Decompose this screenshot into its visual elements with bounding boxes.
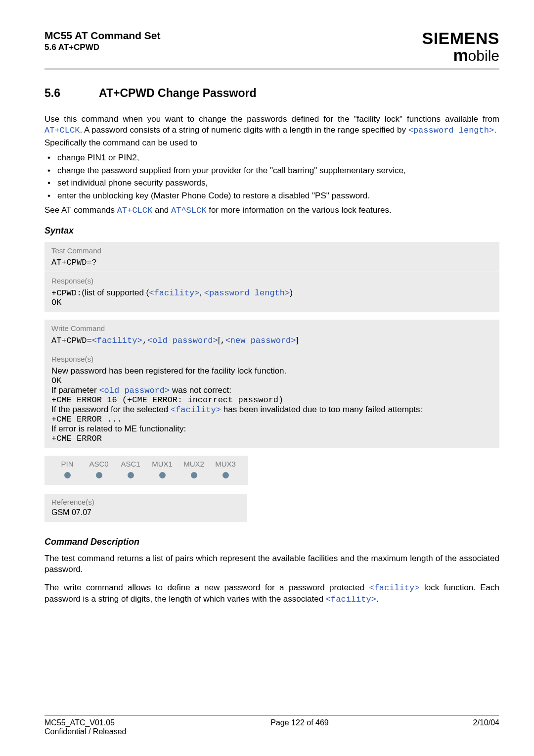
comma2: , — [220, 336, 225, 345]
dot-icon — [159, 472, 166, 478]
p2c: . — [376, 594, 379, 604]
resp-prefix: +CPWD: — [51, 288, 82, 298]
test-cmd-section: Test Command AT+CPWD=? — [44, 242, 499, 272]
r5b: has been invalidated due to too many fai… — [221, 405, 422, 414]
p2a: The write command allows to define a new… — [44, 583, 369, 592]
dot-cell — [51, 468, 83, 480]
resp-line: +CME ERROR — [51, 434, 492, 443]
reference-box: Reference(s) GSM 07.07 — [44, 494, 247, 522]
header-rule — [44, 68, 499, 70]
link-password-length-2[interactable]: <password length> — [204, 288, 290, 298]
section-title: AT+CPWD Change Password — [99, 87, 256, 99]
syntax-test-box: Test Command AT+CPWD=? Response(s) +CPWD… — [44, 242, 499, 312]
test-command-label: Test Command — [51, 246, 492, 255]
dot-icon — [96, 472, 102, 478]
intro-p2: Specifically the command can be used to — [44, 138, 499, 148]
write-resp-section: Response(s) New password has been regist… — [44, 350, 499, 448]
link-facility-3[interactable]: <facility> — [171, 405, 221, 415]
intro-p3a: See AT commands — [44, 205, 117, 215]
doc-subtitle: 5.6 AT+CPWD — [44, 43, 161, 52]
mobile-rest: obile — [468, 47, 499, 64]
section-number: 5.6 — [44, 87, 99, 100]
response-label-2: Response(s) — [51, 355, 492, 363]
siemens-logo: SIEMENS — [422, 30, 499, 47]
header-logo: SIEMENS mobile — [422, 30, 499, 65]
intro-p3b: and — [152, 205, 171, 215]
reference-value: GSM 07.07 — [51, 508, 240, 517]
bracket-close: ] — [296, 335, 298, 345]
command-description-heading: Command Description — [44, 537, 499, 547]
ok-text: OK — [51, 298, 492, 307]
page-root: MC55 AT Command Set 5.6 AT+CPWD SIEMENS … — [0, 0, 534, 756]
doc-title: MC55 AT Command Set — [44, 30, 161, 42]
intro-p3c: for more information on the various lock… — [206, 205, 391, 215]
write-prefix: AT+CPWD= — [51, 336, 92, 345]
link-old-password-2[interactable]: <old password> — [99, 386, 170, 395]
pin-header: MUX1 — [146, 460, 178, 468]
pin-dot-row — [51, 468, 241, 480]
link-facility-4[interactable]: <facility> — [369, 583, 419, 593]
link-facility-5[interactable]: <facility> — [326, 595, 376, 604]
link-atclck[interactable]: AT+CLCK — [44, 126, 80, 135]
resp-ok: OK — [51, 376, 492, 385]
resp-line: New password has been registered for the… — [51, 366, 492, 376]
link-atslck[interactable]: AT^SLCK — [171, 206, 206, 215]
footer-right: 2/10/04 — [473, 718, 499, 736]
intro-p1c: . — [494, 125, 496, 135]
test-resp-section: Response(s) +CPWD:(list of supported (<f… — [44, 272, 499, 312]
footer-confidential: Confidential / Released — [44, 727, 126, 736]
resp-line: If error is related to ME functionality: — [51, 424, 492, 434]
link-atclck-2[interactable]: AT+CLCK — [117, 206, 152, 215]
intro-p3: See AT commands AT+CLCK and AT^SLCK for … — [44, 205, 499, 216]
pin-header: MUX2 — [178, 460, 210, 468]
resp-mid: (list of supported ( — [82, 288, 149, 297]
bullet-item: change PIN1 or PIN2, — [44, 151, 499, 164]
bullet-item: set individual phone security passwords, — [44, 177, 499, 189]
dot-cell — [83, 468, 115, 480]
dot-cell — [115, 468, 146, 480]
dot-cell — [178, 468, 210, 480]
resp-close: ) — [290, 288, 293, 297]
r3a: If parameter — [51, 385, 99, 395]
intro-p1a: Use this command when you want to change… — [44, 114, 499, 124]
link-password-length[interactable]: <password length> — [408, 126, 494, 135]
bullet-item: change the password supplied from your p… — [44, 164, 499, 177]
resp-line: +CME ERROR 16 (+CME ERROR: incorrect pas… — [51, 395, 492, 405]
intro-p1: Use this command when you want to change… — [44, 114, 499, 137]
r5a: If the password for the selected — [51, 405, 171, 414]
bullet-item: enter the unblocking key (Master Phone C… — [44, 189, 499, 202]
test-response-line: +CPWD:(list of supported (<facility>, <p… — [51, 288, 492, 298]
link-facility-2[interactable]: <facility> — [92, 336, 142, 345]
link-new-password[interactable]: <new password> — [225, 336, 296, 345]
syntax-heading: Syntax — [44, 226, 499, 236]
comma1: , — [142, 336, 147, 345]
pin-header: MUX3 — [210, 460, 241, 468]
pin-header-row: PIN ASC0 ASC1 MUX1 MUX2 MUX3 — [51, 460, 241, 468]
reference-label: Reference(s) — [51, 498, 240, 506]
page-header: MC55 AT Command Set 5.6 AT+CPWD SIEMENS … — [44, 30, 499, 65]
footer-center: Page 122 of 469 — [270, 718, 328, 736]
header-left: MC55 AT Command Set 5.6 AT+CPWD — [44, 30, 161, 52]
link-facility[interactable]: <facility> — [149, 288, 199, 298]
pin-header: ASC0 — [83, 460, 115, 468]
dot-icon — [222, 472, 229, 478]
intro-bullets: change PIN1 or PIN2, change the password… — [44, 151, 499, 202]
resp-line: If parameter <old password> was not corr… — [51, 385, 492, 395]
dot-cell — [146, 468, 178, 480]
mobile-logo: mobile — [422, 46, 499, 65]
footer-left: MC55_ATC_V01.05 Confidential / Released — [44, 718, 126, 736]
dot-icon — [128, 472, 134, 478]
write-command-label: Write Command — [51, 324, 492, 332]
write-cmd-section: Write Command AT+CPWD=<facility>,<old pa… — [44, 320, 499, 350]
footer-version: MC55_ATC_V01.05 — [44, 718, 126, 727]
resp-line: +CME ERROR ... — [51, 415, 492, 424]
dot-icon — [64, 472, 71, 478]
test-command-text: AT+CPWD=? — [51, 258, 492, 267]
r3b: was not correct: — [170, 385, 231, 395]
link-old-password[interactable]: <old password> — [147, 336, 218, 345]
write-command-line: AT+CPWD=<facility>,<old password>[,<new … — [51, 335, 492, 345]
section-heading: 5.6AT+CPWD Change Password — [44, 87, 499, 100]
page-footer: MC55_ATC_V01.05 Confidential / Released … — [44, 715, 499, 736]
pin-header: PIN — [51, 460, 83, 468]
response-label: Response(s) — [51, 277, 492, 285]
